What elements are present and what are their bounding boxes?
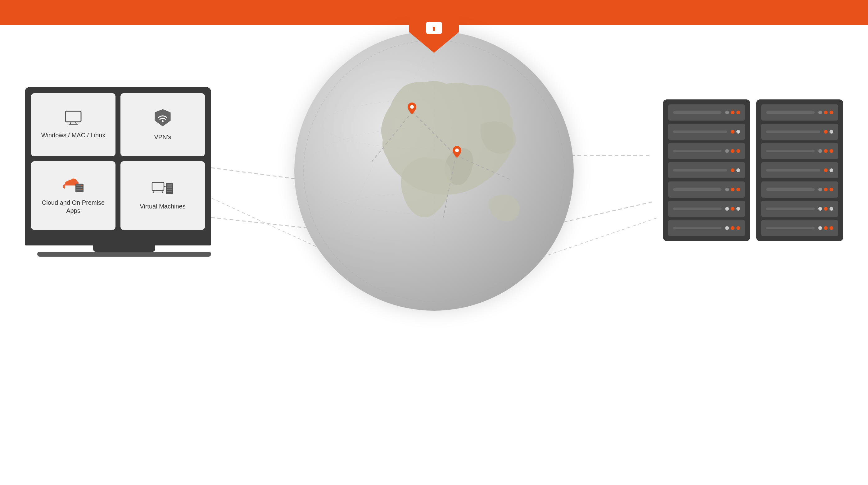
dot-orange <box>824 111 828 114</box>
windows-mac-linux-text: Windows / MAC / Linux <box>41 131 105 139</box>
dot-orange <box>830 226 833 230</box>
server-bar <box>673 111 721 114</box>
laptop-grid: Windows / MAC / Linux VPN's <box>31 93 205 230</box>
dot-white <box>830 130 833 134</box>
server-unit <box>668 220 745 236</box>
svg-rect-35 <box>167 184 172 186</box>
cloud-server-icon <box>62 177 84 195</box>
dot-orange <box>731 226 735 230</box>
server-bar <box>673 188 721 191</box>
server-dots <box>725 111 740 114</box>
laptop-icon <box>65 111 82 127</box>
laptop-screen: Windows / MAC / Linux VPN's <box>25 87 211 236</box>
dot-white <box>818 226 822 230</box>
lock-keyhole <box>433 27 435 29</box>
shield-container <box>409 0 459 53</box>
dot-gray <box>725 188 729 191</box>
dot-white <box>736 207 740 211</box>
dot-orange <box>830 188 833 191</box>
server-rack-2 <box>756 99 843 241</box>
cloud-apps-text: Cloud and On Premise Apps <box>37 199 109 215</box>
dot-orange <box>736 149 740 153</box>
dot-gray <box>725 149 729 153</box>
server-unit <box>668 124 745 140</box>
server-rack-1 <box>663 99 750 241</box>
server-dots <box>818 207 833 211</box>
dot-gray <box>818 149 822 153</box>
dot-orange <box>731 188 735 191</box>
laptop-card-vm: Virtual Machines <box>120 161 205 230</box>
server-dots <box>725 188 740 191</box>
server-bar <box>766 150 815 152</box>
svg-rect-36 <box>167 187 172 188</box>
dot-orange <box>731 168 735 172</box>
svg-rect-18 <box>65 111 81 122</box>
dot-gray <box>725 111 729 114</box>
dot-orange <box>824 168 828 172</box>
server-dots <box>818 111 833 114</box>
laptop-card-cloud: Cloud and On Premise Apps <box>31 161 116 230</box>
server-unit <box>761 105 838 120</box>
server-dots <box>725 149 740 153</box>
laptop-foot <box>37 252 211 257</box>
server-unit <box>761 162 838 178</box>
dot-gray <box>818 188 822 191</box>
server-bar <box>766 169 820 172</box>
laptop-stand <box>93 246 155 252</box>
server-unit <box>761 143 838 159</box>
laptop-card-vpn: VPN's <box>120 93 205 156</box>
svg-rect-38 <box>167 191 172 192</box>
dot-orange <box>731 130 735 134</box>
server-dots <box>725 226 740 230</box>
svg-rect-37 <box>167 189 172 190</box>
servers-container <box>663 99 843 241</box>
server-dots <box>731 130 740 134</box>
dot-orange <box>731 149 735 153</box>
svg-point-17 <box>455 148 459 152</box>
globe <box>294 31 574 311</box>
server-bar <box>766 227 815 229</box>
server-dots <box>824 130 833 134</box>
dot-orange <box>736 111 740 114</box>
main-scene: Windows / MAC / Linux VPN's <box>0 0 868 485</box>
dot-white <box>818 207 822 211</box>
dot-orange <box>824 226 828 230</box>
lock-body <box>426 22 442 34</box>
virtual-machines-text: Virtual Machines <box>140 202 185 210</box>
dot-orange <box>731 207 735 211</box>
dot-gray <box>818 111 822 114</box>
server-bar <box>766 207 815 210</box>
dot-white <box>830 207 833 211</box>
laptop-base <box>25 236 211 246</box>
server-unit <box>668 162 745 178</box>
server-bar <box>673 169 727 172</box>
server-bar <box>766 188 815 191</box>
laptop-card-windows: Windows / MAC / Linux <box>31 93 116 156</box>
server-unit <box>761 201 838 217</box>
svg-point-27 <box>81 185 82 186</box>
dot-orange <box>830 111 833 114</box>
server-bar <box>766 111 815 114</box>
svg-point-29 <box>81 189 82 190</box>
server-dots <box>731 168 740 172</box>
svg-point-22 <box>162 120 164 122</box>
svg-point-16 <box>410 105 414 109</box>
dot-orange <box>824 149 828 153</box>
server-bar <box>673 207 721 210</box>
server-dots <box>725 207 740 211</box>
svg-point-28 <box>81 187 82 188</box>
dot-white <box>736 168 740 172</box>
dot-white <box>725 226 729 230</box>
server-bar <box>673 227 721 229</box>
server-dots <box>824 168 833 172</box>
dot-white <box>830 168 833 172</box>
dot-orange <box>731 111 735 114</box>
server-bar <box>766 131 820 133</box>
laptop-container: Windows / MAC / Linux VPN's <box>25 87 223 257</box>
server-unit <box>668 105 745 120</box>
shield <box>409 0 459 53</box>
server-dots <box>818 149 833 153</box>
server-dots <box>818 226 833 230</box>
server-unit <box>668 181 745 198</box>
server-bar <box>673 131 727 133</box>
